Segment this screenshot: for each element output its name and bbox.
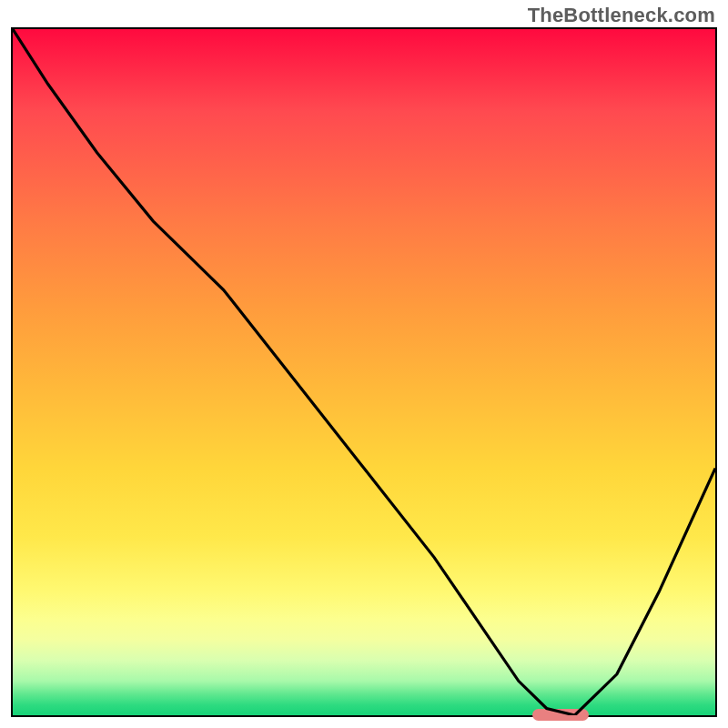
chart-frame xyxy=(11,27,717,717)
watermark-text: TheBottleneck.com xyxy=(528,4,715,27)
chart-line xyxy=(13,29,715,715)
